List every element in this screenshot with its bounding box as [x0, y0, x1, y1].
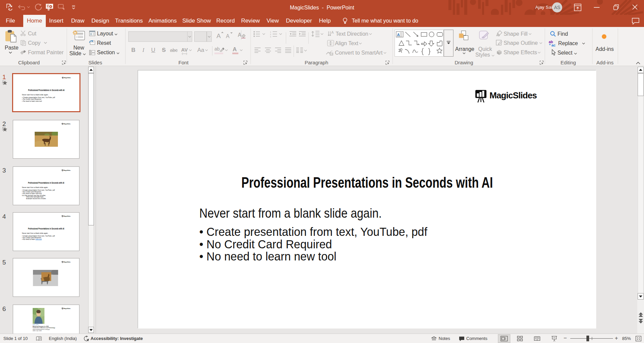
svg-text:A: A [397, 33, 400, 37]
svg-text:2: 2 [270, 33, 271, 35]
svg-text:A: A [226, 33, 230, 39]
svg-text:A: A [238, 32, 242, 38]
svg-text:ac: ac [551, 43, 555, 47]
svg-text:3: 3 [270, 36, 271, 37]
svg-text:1: 1 [270, 31, 271, 33]
svg-text:A: A [331, 31, 334, 34]
svg-text:A: A [216, 32, 221, 39]
